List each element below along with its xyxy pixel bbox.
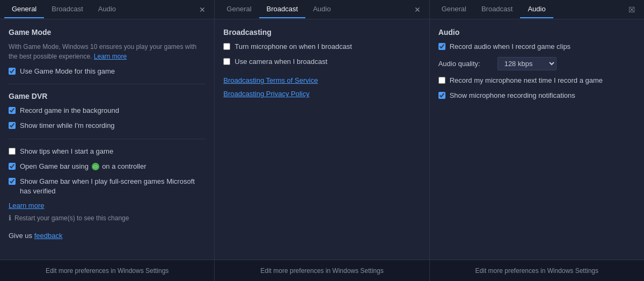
audio-quality-label: Audio quality: <box>438 60 492 68</box>
game-mode-learn-more[interactable]: Learn more <box>94 53 127 60</box>
record-background-row: Record game in the background <box>9 106 206 116</box>
bottom-bar: Edit more preferences in Windows Setting… <box>0 260 644 281</box>
feedback-link[interactable]: feedback <box>34 232 63 240</box>
use-game-mode-row: Use Game Mode for this game <box>9 67 206 76</box>
show-timer-row: Show timer while I'm recording <box>9 121 206 131</box>
tab-broadcast-1[interactable]: Broadcast <box>44 1 91 18</box>
tab-audio-2[interactable]: Audio <box>305 1 338 18</box>
open-game-bar-label: Open Game bar using ⬭ on a controller <box>20 162 147 171</box>
audio-content: Audio Record audio when I record game cl… <box>430 19 644 260</box>
info-icon: ℹ <box>9 214 11 222</box>
record-microphone-row: Record my microphone next time I record … <box>438 76 635 85</box>
privacy-link[interactable]: Broadcasting Privacy Policy <box>223 90 420 98</box>
general-tab-bar: General Broadcast Audio ✕ <box>0 0 214 19</box>
feedback-row: Give us feedback <box>9 232 206 240</box>
audio-title: Audio <box>438 28 635 37</box>
record-microphone-checkbox[interactable] <box>438 77 445 84</box>
close-button-1[interactable]: ✕ <box>195 3 210 16</box>
tab-broadcast-2[interactable]: Broadcast <box>259 1 306 18</box>
record-audio-label: Record audio when I record game clips <box>450 42 570 52</box>
tab-broadcast-3[interactable]: Broadcast <box>474 1 521 18</box>
feedback-prefix: Give us <box>9 232 34 240</box>
audio-panel: General Broadcast Audio ☒ Audio Record a… <box>430 0 644 260</box>
use-game-mode-label: Use Game Mode for this game <box>20 67 115 76</box>
tab-general-2[interactable]: General <box>219 1 259 18</box>
audio-quality-select[interactable]: 64 kbps 96 kbps 128 kbps 192 kbps 320 kb… <box>497 57 557 70</box>
microphone-broadcast-checkbox[interactable] <box>223 43 230 50</box>
close-button-2[interactable]: ✕ <box>410 3 425 16</box>
open-game-bar-row: Open Game bar using ⬭ on a controller <box>9 162 206 171</box>
audio-tab-bar: General Broadcast Audio ☒ <box>430 0 644 19</box>
restart-note-row: ℹ Restart your game(s) to see this chang… <box>9 214 206 222</box>
show-game-bar-label: Show Game bar when I play full-screen ga… <box>20 177 206 196</box>
record-audio-checkbox[interactable] <box>438 43 445 50</box>
show-game-bar-checkbox[interactable] <box>9 178 16 185</box>
broadcast-tab-bar: General Broadcast Audio ✕ <box>215 0 429 19</box>
tab-general-1[interactable]: General <box>4 1 44 18</box>
show-tips-row: Show tips when I start a game <box>9 147 206 156</box>
bottom-bar-general[interactable]: Edit more preferences in Windows Setting… <box>0 260 215 281</box>
close-button-3[interactable]: ☒ <box>624 3 640 16</box>
divider-2 <box>9 139 206 139</box>
broadcast-content: Broadcasting Turn microphone on when I b… <box>215 19 429 260</box>
bottom-bar-audio[interactable]: Edit more preferences in Windows Setting… <box>430 260 644 281</box>
tab-audio-3[interactable]: Audio <box>520 1 553 18</box>
show-tips-checkbox[interactable] <box>9 148 16 155</box>
record-background-label: Record game in the background <box>20 106 119 116</box>
microphone-broadcast-row: Turn microphone on when I broadcast <box>223 42 420 52</box>
xbox-icon: ⬭ <box>92 163 99 170</box>
learn-more-link[interactable]: Learn more <box>9 201 206 210</box>
microphone-broadcast-label: Turn microphone on when I broadcast <box>235 42 352 52</box>
tab-audio-1[interactable]: Audio <box>91 1 123 18</box>
use-game-mode-checkbox[interactable] <box>9 68 16 75</box>
camera-broadcast-label: Use camera when I broadcast <box>235 57 327 67</box>
record-microphone-label: Record my microphone next time I record … <box>450 76 603 85</box>
general-panel: General Broadcast Audio ✕ Game Mode With… <box>0 0 215 260</box>
tos-link[interactable]: Broadcasting Terms of Service <box>223 76 420 84</box>
broadcasting-title: Broadcasting <box>223 28 420 37</box>
camera-broadcast-checkbox[interactable] <box>223 58 230 65</box>
show-game-bar-row: Show Game bar when I play full-screen ga… <box>9 177 206 196</box>
audio-quality-row: Audio quality: 64 kbps 96 kbps 128 kbps … <box>438 57 635 70</box>
tab-general-3[interactable]: General <box>434 1 474 18</box>
record-background-checkbox[interactable] <box>9 107 16 114</box>
general-content: Game Mode With Game Mode, Windows 10 ens… <box>0 19 214 260</box>
open-game-bar-checkbox[interactable] <box>9 163 16 170</box>
show-mic-notifications-checkbox[interactable] <box>438 92 445 99</box>
game-dvr-title: Game DVR <box>9 92 206 100</box>
show-tips-label: Show tips when I start a game <box>20 147 113 156</box>
camera-broadcast-row: Use camera when I broadcast <box>223 57 420 67</box>
show-timer-checkbox[interactable] <box>9 122 16 129</box>
bottom-bar-broadcast[interactable]: Edit more preferences in Windows Setting… <box>215 260 429 281</box>
panels-container: General Broadcast Audio ✕ Game Mode With… <box>0 0 644 260</box>
record-audio-row: Record audio when I record game clips <box>438 42 635 52</box>
show-mic-notifications-label: Show microphone recording notifications <box>450 91 575 100</box>
broadcast-panel: General Broadcast Audio ✕ Broadcasting T… <box>215 0 429 260</box>
broadcast-links: Broadcasting Terms of Service Broadcasti… <box>223 76 420 98</box>
game-mode-desc: With Game Mode, Windows 10 ensures you p… <box>9 42 206 61</box>
show-timer-label: Show timer while I'm recording <box>20 121 115 131</box>
show-mic-notifications-row: Show microphone recording notifications <box>438 91 635 100</box>
game-mode-title: Game Mode <box>9 28 206 37</box>
divider-1 <box>9 84 206 84</box>
restart-note-text: Restart your game(s) to see this change <box>14 214 129 222</box>
